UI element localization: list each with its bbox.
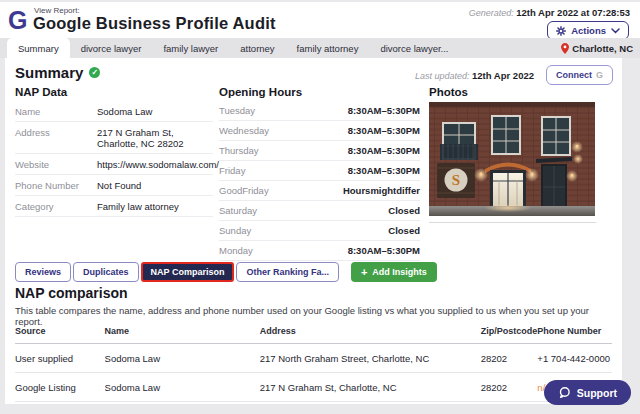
col-phone: Phone Number	[537, 319, 612, 344]
nap-comparison-table: Source Name Address Zip/Postcode Phone N…	[15, 319, 612, 402]
day-label: Wednesday	[219, 125, 269, 136]
table-header-row: Source Name Address Zip/Postcode Phone N…	[15, 319, 612, 344]
actions-button-label: Actions	[571, 25, 606, 36]
summary-panel: Summary ✓ Last updated: 12th Apr 2022 Co…	[5, 58, 622, 404]
generated-timestamp: Generated: 12th Apr 2022 at 07:28:53	[469, 7, 630, 18]
website-link[interactable]: https://www.sodomalaw.com/	[97, 159, 219, 170]
support-button-label: Support	[577, 387, 617, 399]
verified-check-icon: ✓	[89, 67, 100, 78]
hours-value: 8:30AM–5:30PM	[348, 105, 420, 116]
tab-attorney[interactable]: attorney	[229, 38, 285, 58]
insight-tab-bar: Reviews Duplicates NAP Comparison Other …	[15, 262, 437, 282]
last-updated: Last updated: 12th Apr 2022	[415, 70, 534, 81]
hours-row: Tuesday8:30AM–5:30PM	[219, 101, 420, 121]
hours-value: 8:30AM–5:30PM	[348, 145, 420, 156]
page-title: Google Business Profile Audit	[33, 14, 276, 33]
summary-heading-text: Summary	[15, 64, 83, 81]
add-insights-label: Add Insights	[372, 267, 427, 277]
day-label: Saturday	[219, 205, 257, 216]
plus-icon: +	[361, 268, 367, 276]
cell-address: 217 North Graham Street, Charlotte, NC	[260, 344, 481, 373]
photos-divider	[429, 222, 596, 223]
summary-heading: Summary ✓	[15, 64, 100, 81]
cell-name: Sodoma Law	[105, 373, 260, 402]
hours-value: 8:30AM–5:30PM	[348, 245, 420, 256]
hours-row: SaturdayClosed	[219, 201, 420, 221]
report-tab-bar: Summary divorce lawyer family lawyer att…	[0, 38, 640, 58]
hours-value: Closed	[388, 225, 420, 236]
nap-row-category: Category Family law attorney	[15, 196, 213, 217]
last-updated-label: Last updated:	[415, 71, 470, 81]
nap-data-heading: NAP Data	[15, 86, 213, 98]
location-label: Charlotte, NC	[572, 43, 633, 54]
nap-data-section: NAP Data Name Sodoma Law Address 217 N G…	[15, 86, 213, 217]
tab-divorce-lawyer-2[interactable]: divorce lawyer...	[369, 38, 459, 58]
chip-nap-comparison[interactable]: NAP Comparison	[141, 262, 235, 282]
col-zip: Zip/Postcode	[481, 319, 538, 344]
svg-text:S: S	[452, 172, 460, 188]
col-source: Source	[15, 319, 105, 344]
hours-row: Monday8:30AM–5:30PM	[219, 241, 420, 261]
hours-value: 8:30AM–5:30PM	[348, 165, 420, 176]
chat-bubble-icon	[558, 386, 571, 399]
hours-value: 8:30AM–5:30PM	[348, 125, 420, 136]
app-logo: G	[8, 6, 27, 34]
cell-phone: +1 704-442-0000	[537, 344, 612, 373]
hours-row: Wednesday8:30AM–5:30PM	[219, 121, 420, 141]
chip-duplicates[interactable]: Duplicates	[73, 262, 139, 282]
hours-row: Thursday8:30AM–5:30PM	[219, 141, 420, 161]
report-location: Charlotte, NC	[561, 38, 633, 58]
add-insights-button[interactable]: + Add Insights	[351, 262, 437, 282]
tab-divorce-lawyer[interactable]: divorce lawyer	[70, 38, 153, 58]
phone-not-found-value: Not Found	[97, 180, 141, 191]
photos-heading: Photos	[429, 86, 596, 98]
cell-address: 217 N Graham St, Charlotte, NC	[260, 373, 481, 402]
gear-icon	[556, 26, 566, 36]
cell-source: Google Listing	[15, 373, 105, 402]
day-label: Friday	[219, 165, 245, 176]
cell-name: Sodoma Law	[105, 344, 260, 373]
hours-row: Friday8:30AM–5:30PM	[219, 161, 420, 181]
support-button[interactable]: Support	[544, 380, 631, 405]
generated-value: 12th Apr 2022 at 07:28:53	[516, 7, 630, 18]
nap-row-phone: Phone Number Not Found	[15, 175, 213, 196]
location-pin-icon	[561, 43, 569, 54]
nap-label: Name	[15, 106, 97, 117]
day-label: Tuesday	[219, 105, 255, 116]
cell-source: User supplied	[15, 344, 105, 373]
day-label: GoodFriday	[219, 185, 269, 196]
day-label: Thursday	[219, 145, 259, 156]
hours-row: GoodFridayHoursmightdiffer	[219, 181, 420, 201]
chevron-down-icon	[611, 28, 620, 34]
table-row-user-supplied: User supplied Sodoma Law 217 North Graha…	[15, 344, 612, 373]
chip-other-ranking-factors[interactable]: Other Ranking Fa...	[236, 262, 339, 282]
photos-section: Photos	[429, 86, 596, 223]
nap-comparison-heading: NAP comparison	[15, 285, 128, 301]
google-g-icon: G	[596, 70, 603, 80]
business-name-link[interactable]: Sodoma Law	[97, 106, 152, 117]
col-name: Name	[105, 319, 260, 344]
cell-zip: 28202	[481, 344, 538, 373]
nap-row-website: Website https://www.sodomalaw.com/	[15, 154, 213, 175]
tab-family-lawyer[interactable]: family lawyer	[152, 38, 229, 58]
day-label: Monday	[219, 245, 253, 256]
opening-hours-heading: Opening Hours	[219, 86, 420, 98]
nap-label: Address	[15, 127, 97, 138]
tab-summary[interactable]: Summary	[7, 38, 70, 58]
generated-label: Generated:	[469, 8, 514, 18]
category-value: Family law attorney	[97, 201, 179, 212]
day-label: Sunday	[219, 225, 251, 236]
business-photo[interactable]: S	[429, 102, 595, 216]
nap-row-address: Address 217 N Graham St, Charlotte, NC 2…	[15, 122, 213, 154]
tab-family-attorney[interactable]: family attorney	[286, 38, 370, 58]
col-address: Address	[260, 319, 481, 344]
opening-hours-section: Opening Hours Tuesday8:30AM–5:30PM Wedne…	[219, 86, 420, 261]
table-row-google-listing: Google Listing Sodoma Law 217 N Graham S…	[15, 373, 612, 402]
connect-button[interactable]: Connect G	[546, 65, 613, 85]
chip-reviews[interactable]: Reviews	[15, 262, 71, 282]
cell-zip: 28202	[481, 373, 538, 402]
app-header: G View Report: Google Business Profile A…	[0, 2, 640, 38]
hours-row: SundayClosed	[219, 221, 420, 241]
nap-label: Category	[15, 201, 97, 212]
nap-label: Website	[15, 159, 97, 170]
